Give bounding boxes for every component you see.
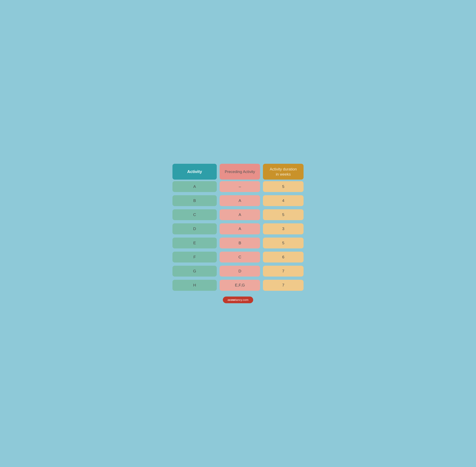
data-duration-cell: 5 <box>263 209 304 220</box>
data-preceding-cell: E,F,G <box>220 280 260 291</box>
branding-bold: cow <box>229 298 235 301</box>
data-preceding-cell: D <box>220 266 260 277</box>
header-preceding-label: Preceding Activity <box>225 169 255 174</box>
data-rows-container: A–5BA4CA5DA3EB5FC6GD7HE,F,G7 <box>172 181 304 291</box>
table-row: CA5 <box>172 209 304 220</box>
branding-badge: acowtancy.com <box>223 297 253 303</box>
data-activity-cell: E <box>172 238 217 248</box>
branding-text: acowtancy.com <box>228 298 249 302</box>
table-row: A–5 <box>172 181 304 192</box>
data-duration-cell: 6 <box>263 252 304 262</box>
table-row: GD7 <box>172 266 304 277</box>
header-activity: Activity <box>172 164 217 180</box>
data-preceding-cell: – <box>220 181 260 192</box>
data-activity-cell: H <box>172 280 217 291</box>
data-duration-cell: 5 <box>263 238 304 248</box>
table-row: HE,F,G7 <box>172 280 304 291</box>
table-row: EB5 <box>172 238 304 248</box>
table-row: BA4 <box>172 195 304 206</box>
data-preceding-cell: A <box>220 209 260 220</box>
table-row: FC6 <box>172 252 304 262</box>
data-activity-cell: B <box>172 195 217 206</box>
header-duration-label: Activity durationin weeks <box>270 167 297 177</box>
data-preceding-cell: A <box>220 223 260 234</box>
data-activity-cell: G <box>172 266 217 277</box>
data-activity-cell: C <box>172 209 217 220</box>
data-duration-cell: 4 <box>263 195 304 206</box>
header-row: Activity Preceding Activity Activity dur… <box>172 164 304 180</box>
branding-prefix: a <box>228 298 229 301</box>
table-row: DA3 <box>172 223 304 234</box>
data-preceding-cell: B <box>220 238 260 248</box>
page-wrapper: Activity Preceding Activity Activity dur… <box>172 164 304 303</box>
header-activity-label: Activity <box>187 169 202 174</box>
table-container: Activity Preceding Activity Activity dur… <box>172 164 304 180</box>
header-duration: Activity durationin weeks <box>263 164 304 180</box>
header-preceding: Preceding Activity <box>220 164 260 180</box>
data-duration-cell: 3 <box>263 223 304 234</box>
data-preceding-cell: A <box>220 195 260 206</box>
data-duration-cell: 7 <box>263 280 304 291</box>
data-activity-cell: D <box>172 223 217 234</box>
data-duration-cell: 5 <box>263 181 304 192</box>
branding-suffix: tancy.com <box>235 298 248 301</box>
data-duration-cell: 7 <box>263 266 304 277</box>
data-activity-cell: A <box>172 181 217 192</box>
data-preceding-cell: C <box>220 252 260 262</box>
data-activity-cell: F <box>172 252 217 262</box>
